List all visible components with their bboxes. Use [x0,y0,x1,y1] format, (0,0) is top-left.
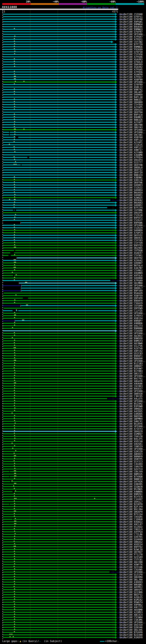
hit-arrowhead-icon[interactable] [115,282,117,284]
hit-arrowhead-icon[interactable] [115,362,117,365]
hit-bar[interactable] [3,41,111,42]
hit-bar[interactable] [3,122,115,123]
hit-arrowhead-icon[interactable] [115,58,117,61]
hit-arrowhead-icon[interactable] [115,161,117,164]
hit-bar[interactable] [3,458,115,460]
hit-bar[interactable] [3,431,115,432]
hit-bar[interactable] [3,315,115,316]
hit-bar[interactable] [3,396,115,396]
hit-bar[interactable] [3,451,115,452]
hit-bar[interactable] [3,64,115,65]
hit-bar[interactable] [3,215,115,216]
hit-bar[interactable] [3,217,115,218]
hit-bar[interactable] [3,521,115,522]
hit-bar[interactable] [3,380,115,382]
hit-bar[interactable] [3,227,115,228]
hit-arrowhead-icon[interactable] [115,68,117,71]
hit-arrowhead-icon[interactable] [115,98,117,101]
hit-bar[interactable] [3,89,115,90]
hit-arrowhead-icon[interactable] [115,340,117,342]
hit-bar[interactable] [3,386,115,386]
hit-bar[interactable] [3,278,115,278]
hit-bar[interactable] [3,200,110,200]
hit-bar[interactable] [3,552,115,552]
hit-arrowhead-icon[interactable] [115,621,117,624]
hit-bar[interactable] [3,36,115,37]
hit-arrowhead-icon[interactable] [115,551,117,553]
hit-bar[interactable] [3,476,115,477]
hit-bar[interactable] [3,428,115,429]
hit-bar[interactable] [3,627,115,628]
hit-bar[interactable] [3,582,115,582]
hit-bar[interactable] [3,187,115,188]
hit-arrowhead-icon[interactable] [115,372,117,375]
hit-bar[interactable] [3,418,115,419]
hit-bar[interactable] [3,411,115,412]
hit-bar[interactable] [3,444,115,444]
hit-bar[interactable] [3,478,115,480]
hit-arrowhead-icon[interactable] [115,624,117,626]
hit-bar[interactable] [3,268,115,268]
hit-arrowhead-icon[interactable] [115,425,117,428]
hit-bar[interactable] [3,358,115,359]
hit-bar[interactable] [3,572,110,572]
hit-bar[interactable] [3,21,115,22]
hit-arrowhead-icon[interactable] [115,385,117,388]
hit-bar[interactable] [3,54,115,55]
hit-bar[interactable] [3,180,115,180]
hit-bar[interactable] [3,82,115,82]
hit-arrowhead-icon[interactable] [115,189,117,192]
hit-bar[interactable] [3,542,115,542]
hit-bar[interactable] [3,162,115,163]
hit-arrowhead-icon[interactable] [115,636,117,639]
hit-arrowhead-icon[interactable] [115,634,117,636]
hit-arrowhead-icon[interactable] [115,36,117,38]
hit-bar[interactable] [3,242,115,243]
hit-arrowhead-icon[interactable] [115,51,117,53]
hit-bar[interactable] [3,202,115,203]
hit-arrowhead-icon[interactable] [115,490,117,493]
hit-bar[interactable] [3,632,115,633]
hit-bar[interactable] [3,205,115,206]
hit-arrowhead-icon[interactable] [115,448,117,450]
hit-bar[interactable] [3,313,115,314]
hit-bar[interactable] [3,245,115,246]
hit-arrowhead-icon[interactable] [115,601,117,604]
hit-arrowhead-icon[interactable] [115,139,117,141]
hit-bar[interactable] [3,252,115,253]
hit-bar[interactable] [3,338,115,339]
hit-bar[interactable] [3,157,115,158]
hit-arrowhead-icon[interactable] [115,473,117,476]
hit-arrowhead-icon[interactable] [115,327,117,330]
hit-bar[interactable] [3,562,115,562]
hit-arrowhead-icon[interactable] [115,342,117,345]
hit-arrowhead-icon[interactable] [115,312,117,314]
hit-arrowhead-icon[interactable] [115,631,117,634]
hit-bar[interactable] [3,461,115,462]
hit-bar[interactable] [3,270,115,271]
hit-bar[interactable] [3,501,115,502]
hit-arrowhead-icon[interactable] [115,78,117,81]
hit-bar[interactable] [3,602,115,603]
hit-bar[interactable] [3,454,115,454]
hit-bar[interactable] [3,360,115,362]
hit-arrowhead-icon[interactable] [115,584,117,586]
hit-arrowhead-icon[interactable] [115,410,117,412]
hit-arrowhead-icon[interactable] [115,330,117,332]
hit-bar[interactable] [3,506,115,507]
hit-bar[interactable] [3,516,115,517]
hit-bar[interactable] [3,556,115,558]
hit-bar[interactable] [3,79,115,80]
hit-arrowhead-icon[interactable] [115,423,117,425]
hit-bar[interactable] [3,97,115,98]
hit-bar[interactable] [3,52,115,52]
hit-bar[interactable] [3,426,115,427]
hit-bar[interactable] [3,574,115,575]
hit-arrowhead-icon[interactable] [115,154,117,156]
hit-arrowhead-icon[interactable] [115,357,117,360]
hit-arrowhead-icon[interactable] [115,458,117,460]
hit-arrowhead-icon[interactable] [115,581,117,584]
hit-arrowhead-icon[interactable] [115,237,117,239]
hit-bar[interactable] [3,298,115,298]
hit-arrowhead-icon[interactable] [115,202,117,204]
